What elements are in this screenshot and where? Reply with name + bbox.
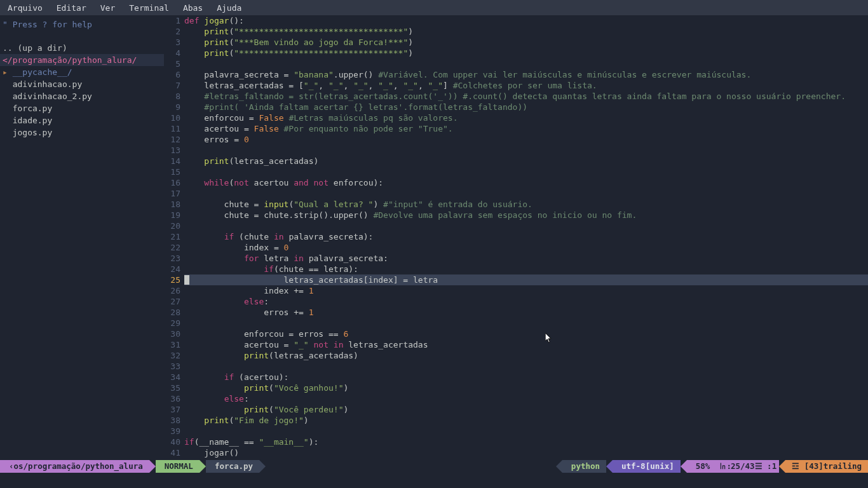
separator-icon — [779, 460, 785, 473]
line-number: 29 — [164, 318, 180, 329]
code-line[interactable]: chute = chute.strip().upper() #Devolve u… — [184, 210, 868, 220]
code-line[interactable]: print("Você perdeu!") — [184, 404, 868, 415]
code-line[interactable]: acertou = "_" not in letras_acertadas — [184, 339, 868, 350]
menu-ajuda[interactable]: Ajuda — [217, 3, 241, 13]
line-number: 20 — [164, 220, 180, 231]
code-line[interactable]: print("Você ganhou!") — [184, 383, 868, 393]
code-line[interactable]: #print( 'Ainda faltam acertar {} letras'… — [184, 102, 868, 112]
line-number: 27 — [164, 296, 180, 307]
line-number: 23 — [164, 253, 180, 264]
code-line[interactable]: letras_acertadas = ["_", "_", "_", "_", … — [184, 80, 868, 91]
line-number: 38 — [164, 415, 180, 426]
code-line[interactable]: print("Fim de jogo!") — [184, 415, 868, 426]
code-text[interactable]: def jogar(): print("********************… — [184, 15, 868, 460]
status-filename: forca.py — [206, 460, 259, 473]
code-line[interactable]: if(chute == letra): — [184, 264, 868, 274]
code-line[interactable]: def jogar(): — [184, 15, 868, 26]
line-number: 30 — [164, 329, 180, 339]
line-number: 21 — [164, 231, 180, 242]
code-line[interactable] — [184, 145, 868, 156]
separator-icon — [259, 460, 266, 473]
code-line[interactable]: chute = input("Qual a letra? ") #"input"… — [184, 199, 868, 210]
line-number: 28 — [164, 307, 180, 318]
separator-icon — [606, 460, 613, 473]
code-line[interactable]: print("*********************************… — [184, 48, 868, 58]
line-number: 7 — [164, 80, 180, 91]
separator-icon — [200, 460, 206, 473]
menu-editar[interactable]: Editar — [57, 3, 86, 13]
line-number: 13 — [164, 145, 180, 156]
code-line[interactable] — [184, 361, 868, 372]
code-line[interactable]: print(letras_acertadas) — [184, 156, 868, 166]
file-tree[interactable]: " Press ? for help .. (up a dir) </progr… — [0, 15, 164, 460]
line-number: 1 — [164, 15, 180, 26]
code-line[interactable]: while(not acertou and not enforcou): — [184, 177, 868, 188]
tree-file[interactable]: forca.py — [0, 102, 164, 114]
tree-file[interactable]: idade.py — [0, 114, 164, 126]
code-line[interactable] — [184, 220, 868, 231]
current-path[interactable]: </programação/python_alura/ — [0, 54, 164, 66]
tree-folder[interactable]: ▸ __pycache__/ — [0, 66, 164, 78]
code-line[interactable]: enforcou = False #Letras maiúsculas pq s… — [184, 112, 868, 123]
code-area[interactable]: 1234567891011121314151617181920212223242… — [164, 15, 868, 460]
line-number: 5 — [164, 58, 180, 69]
code-line[interactable]: #letras_faltando = str(letras_acertadas.… — [184, 91, 868, 102]
code-line[interactable]: index = 0 — [184, 242, 868, 253]
status-mode: NORMAL — [156, 460, 200, 473]
line-number: 32 — [164, 350, 180, 361]
status-position: ㏑:25/43☰ :1 — [716, 460, 779, 473]
menu-arquivo[interactable]: Arquivo — [8, 3, 43, 13]
code-line[interactable] — [184, 426, 868, 437]
menu-ver[interactable]: Ver — [100, 3, 115, 13]
status-trailing: ☲ [43]trailing — [785, 460, 868, 473]
code-line[interactable]: jogar() — [184, 447, 868, 458]
code-line[interactable]: print("*********************************… — [184, 26, 868, 37]
code-line[interactable]: if(__name__ == "__main__"): — [184, 437, 868, 447]
updir[interactable]: .. (up a dir) — [0, 42, 164, 54]
separator-icon — [556, 460, 562, 473]
line-number: 31 — [164, 339, 180, 350]
tree-file[interactable]: adivinhacao.py — [0, 78, 164, 90]
line-icon: ㏑: — [719, 461, 731, 471]
code-line[interactable]: index += 1 — [184, 285, 868, 296]
line-number: 15 — [164, 166, 180, 177]
status-percent: 58% — [687, 460, 717, 473]
tree-file[interactable]: adivinhacao_2.py — [0, 90, 164, 102]
line-number: 41 — [164, 447, 180, 458]
line-number: 34 — [164, 372, 180, 383]
line-number: 11 — [164, 123, 180, 134]
line-number-gutter: 1234567891011121314151617181920212223242… — [164, 15, 184, 460]
code-line[interactable]: else: — [184, 393, 868, 404]
code-line[interactable]: palavra_secreta = "banana".upper() #Vari… — [184, 69, 868, 80]
code-line[interactable] — [184, 188, 868, 199]
line-number: 10 — [164, 112, 180, 123]
line-number: 17 — [164, 188, 180, 199]
code-line[interactable]: if (chute in palavra_secreta): — [184, 231, 868, 242]
col-icon: ☰ : — [755, 461, 772, 471]
status-path: ‹os/programação/python_alura — [0, 460, 149, 473]
tree-file[interactable]: jogos.py — [0, 126, 164, 139]
code-line[interactable]: enforcou = erros == 6 — [184, 329, 868, 339]
statusbar: ‹os/programação/python_alura NORMAL forc… — [0, 460, 868, 473]
code-line[interactable]: for letra in palavra_secreta: — [184, 253, 868, 264]
menu-terminal[interactable]: Terminal — [129, 3, 169, 13]
code-line[interactable] — [184, 318, 868, 329]
code-line[interactable]: letras_acertadas[index] = letra — [184, 274, 868, 285]
line-number: 26 — [164, 285, 180, 296]
line-number: 40 — [164, 437, 180, 447]
code-line[interactable] — [184, 166, 868, 177]
line-number: 8 — [164, 91, 180, 102]
code-line[interactable]: erros = 0 — [184, 134, 868, 145]
line-number: 39 — [164, 426, 180, 437]
code-line[interactable]: else: — [184, 296, 868, 307]
line-number: 16 — [164, 177, 180, 188]
code-line[interactable]: acertou = False #Por enquanto não pode s… — [184, 123, 868, 134]
code-line[interactable]: print("***Bem vindo ao jogo da Forca!***… — [184, 37, 868, 48]
code-line[interactable]: if (acertou): — [184, 372, 868, 383]
menu-abas[interactable]: Abas — [183, 3, 203, 13]
line-number: 3 — [164, 37, 180, 48]
code-line[interactable]: erros += 1 — [184, 307, 868, 318]
code-line[interactable] — [184, 58, 868, 69]
status-filetype: python — [562, 460, 606, 473]
code-line[interactable]: print(letras_acertadas) — [184, 350, 868, 361]
